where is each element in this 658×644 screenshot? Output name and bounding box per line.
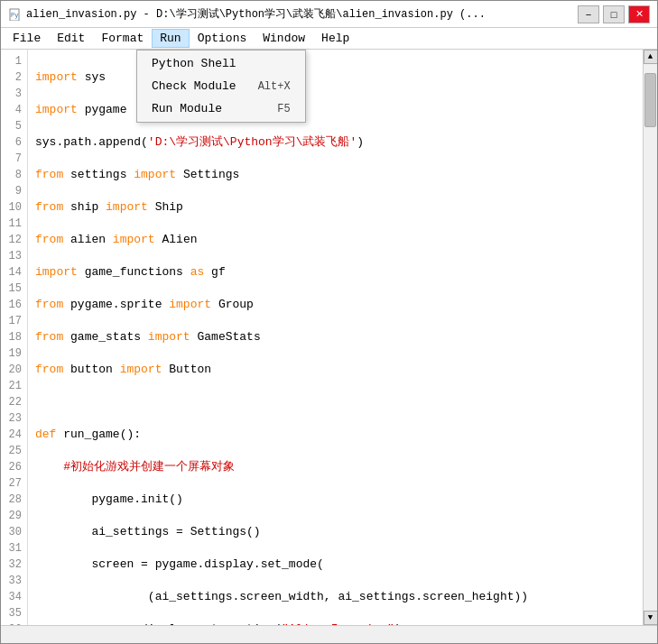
scroll-thumb[interactable] — [644, 73, 656, 127]
window-title: alien_invasion.py - D:\学习测试\Python学习\武装飞… — [26, 6, 486, 22]
editor-area: 1 2 3 4 5 6 7 8 9 10 11 12 13 14 15 16 1… — [1, 50, 657, 625]
code-line-17: (ai_settings.screen_width, ai_settings.s… — [35, 589, 635, 605]
line-numbers: 1 2 3 4 5 6 7 8 9 10 11 12 13 14 15 16 1… — [1, 50, 28, 625]
menu-window[interactable]: Window — [255, 29, 313, 48]
title-left: Py alien_invasion.py - D:\学习测试\Python学习\… — [8, 6, 486, 22]
code-line-4: from settings import Settings — [35, 167, 635, 183]
close-button[interactable]: ✕ — [628, 5, 650, 23]
code-line-15: ai_settings = Settings() — [35, 524, 635, 540]
scroll-up-button[interactable]: ▲ — [644, 50, 658, 64]
scroll-down-button[interactable]: ▼ — [644, 611, 658, 625]
menu-options[interactable]: Options — [190, 29, 255, 48]
code-line-1: import sys — [35, 69, 635, 86]
code-line-13: #初始化游戏并创建一个屏幕对象 — [35, 459, 635, 475]
maximize-button[interactable]: □ — [603, 5, 625, 23]
code-line-9: from game_stats import GameStats — [35, 329, 635, 345]
check-module-label: Check Module — [152, 79, 236, 93]
python-shell-label: Python Shell — [152, 57, 236, 70]
code-line-8: from pygame.sprite import Group — [35, 297, 635, 313]
code-line-11 — [35, 394, 635, 410]
menu-format[interactable]: Format — [93, 29, 152, 48]
code-line-12: def run_game(): — [35, 427, 635, 443]
code-editor[interactable]: import sys import pygame sys.path.append… — [28, 50, 643, 625]
code-line-5: from ship import Ship — [35, 199, 635, 216]
run-module-shortcut: F5 — [277, 103, 290, 115]
code-line-7: import game_functions as gf — [35, 264, 635, 281]
menu-edit[interactable]: Edit — [49, 29, 93, 48]
dropdown-python-shell[interactable]: Python Shell — [137, 52, 305, 75]
code-line-16: screen = pygame.display.set_mode( — [35, 557, 635, 573]
code-line-6: from alien import Alien — [35, 232, 635, 248]
main-window: Py alien_invasion.py - D:\学习测试\Python学习\… — [0, 0, 658, 644]
code-line-10: from button import Button — [35, 362, 635, 378]
dropdown-run-module[interactable]: Run Module F5 — [137, 97, 305, 120]
scroll-track — [644, 64, 657, 611]
code-line-14: pygame.init() — [35, 492, 635, 508]
svg-text:Py: Py — [11, 12, 18, 19]
check-module-shortcut: Alt+X — [258, 80, 291, 93]
menu-file[interactable]: File — [5, 29, 49, 48]
dropdown-check-module[interactable]: Check Module Alt+X — [137, 75, 305, 97]
menu-bar: File Edit Format Run Options Window Help… — [1, 28, 657, 50]
title-bar: Py alien_invasion.py - D:\学习测试\Python学习\… — [1, 1, 657, 28]
run-module-label: Run Module — [152, 102, 222, 115]
code-line-3: sys.path.append('D:\学习测试\Python学习\武装飞船') — [35, 134, 635, 151]
title-controls: − □ ✕ — [578, 5, 650, 23]
menu-help[interactable]: Help — [313, 29, 357, 48]
scrollbar-y[interactable]: ▲ ▼ — [643, 50, 657, 625]
code-line-2: import pygame — [35, 102, 635, 118]
python-file-icon: Py — [8, 8, 21, 21]
run-dropdown: Python Shell Check Module Alt+X Run Modu… — [136, 50, 306, 123]
minimize-button[interactable]: − — [578, 5, 599, 23]
menu-run[interactable]: Run — [152, 29, 189, 48]
status-bar — [1, 625, 657, 643]
